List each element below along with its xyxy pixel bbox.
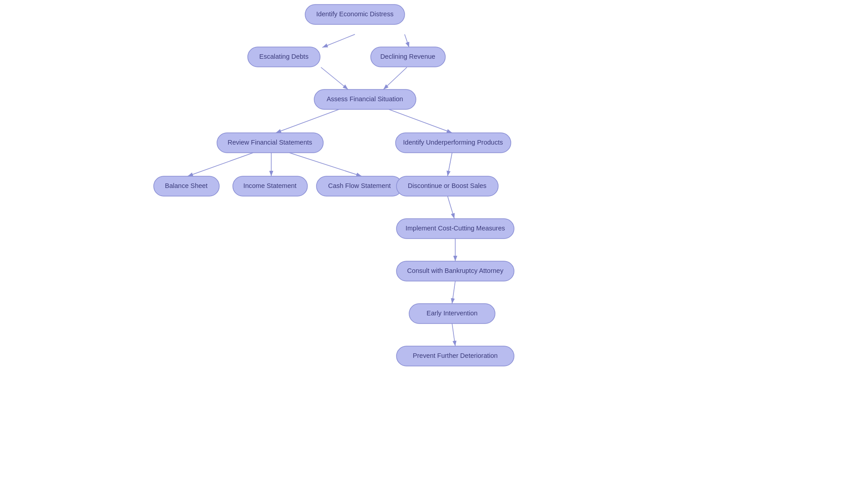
node-escalating-label: Escalating Debts (259, 53, 309, 60)
node-prevent-label: Prevent Further Deterioration (413, 352, 498, 359)
node-discontinue-label: Discontinue or Boost Sales (408, 182, 486, 189)
node-cost-cutting-label: Implement Cost-Cutting Measures (406, 225, 505, 232)
node-income-label: Income Statement (243, 182, 297, 189)
flowchart-container: Identify Economic Distress Escalating De… (0, 0, 868, 488)
connector-identify-declining (405, 34, 409, 47)
connector-escalating-assess (321, 67, 348, 89)
connector-review-balance (188, 153, 253, 176)
node-bankruptcy-label: Consult with Bankruptcy Attorney (407, 267, 504, 274)
connector-identify-escalating (322, 34, 355, 47)
node-assess-label: Assess Financial Situation (326, 95, 403, 103)
node-early-label: Early Intervention (427, 310, 478, 317)
connector-review-cashflow (289, 153, 362, 176)
node-identify-under-label: Identify Underperforming Products (403, 139, 503, 146)
connector-assess-identify-under (389, 109, 452, 133)
node-identify-label: Identify Economic Distress (316, 10, 394, 18)
connector-assess-review (276, 109, 339, 133)
node-balance-label: Balance Sheet (165, 182, 208, 189)
connector-bankruptcy-early (452, 281, 455, 304)
node-declining-label: Declining Revenue (380, 53, 435, 60)
connector-early-prevent (452, 324, 455, 346)
node-review-label: Review Financial Statements (228, 139, 312, 146)
connector-identify-under-discontinue (448, 153, 452, 176)
node-cashflow-label: Cash Flow Statement (328, 182, 391, 189)
connector-declining-assess (383, 67, 407, 89)
connector-discontinue-cost (448, 196, 454, 219)
